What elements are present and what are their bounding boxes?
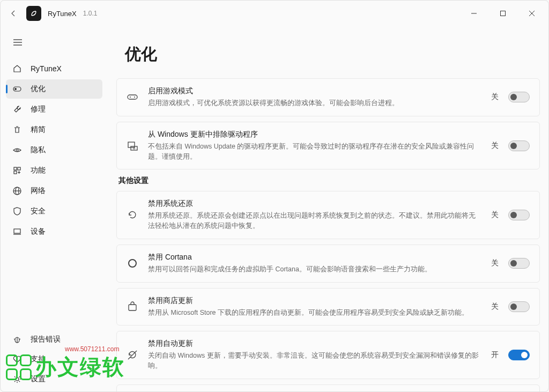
setting-card-store-update: 禁用商店更新 禁用从 Microsoft Store 下载的应用程序的自动更新。… <box>116 288 540 326</box>
toggle-state-label: 关 <box>491 258 499 268</box>
sidebar-item-repair[interactable]: 修理 <box>6 100 102 119</box>
sidebar-item-label: 网络 <box>31 186 46 196</box>
svg-point-30 <box>133 147 135 149</box>
svg-point-9 <box>16 149 18 151</box>
sidebar-item-optimize[interactable]: 优化 <box>6 79 102 99</box>
store-icon <box>127 301 138 313</box>
sidebar-item-label: 支持 <box>31 354 46 364</box>
home-icon <box>12 64 22 73</box>
back-button[interactable] <box>5 5 22 22</box>
setting-card-game-mode: 启用游戏模式 启用游戏模式，可优化系统资源以获得更流畅的游戏体验。可能会影响后台… <box>116 78 540 116</box>
sidebar-item-label: 优化 <box>31 84 46 94</box>
setting-desc: 关闭自动 Windows 更新，需要手动安装。非常沮丧。这可能会使您的系统容易受… <box>148 351 481 371</box>
sidebar-item-privacy[interactable]: 隐私 <box>6 140 102 160</box>
sidebar-item-settings[interactable]: 设置 <box>6 369 102 389</box>
svg-rect-1 <box>501 11 506 16</box>
svg-point-24 <box>16 378 19 381</box>
sidebar-item-label: 功能 <box>31 166 46 175</box>
watermark-url: www.5071211.com <box>65 345 119 353</box>
heart-icon <box>12 354 22 364</box>
trash-icon <box>12 125 22 135</box>
toggle-switch[interactable] <box>508 140 530 151</box>
svg-rect-12 <box>14 171 17 174</box>
setting-title: 启用游戏模式 <box>148 86 481 96</box>
main-content: 优化 启用游戏模式 启用游戏模式，可优化系统资源以获得更流畅的游戏体验。可能会影… <box>108 26 548 391</box>
svg-point-8 <box>14 88 17 90</box>
sidebar-item-label: 安全 <box>31 206 46 216</box>
sidebar-item-label: 报告错误 <box>31 335 61 344</box>
sidebar-item-features[interactable]: 功能 <box>6 161 102 180</box>
svg-point-27 <box>134 97 135 98</box>
driver-icon <box>127 140 138 152</box>
titlebar: RyTuneX 1.0.1 <box>1 1 548 26</box>
setting-card-auto-update: 禁用自动更新 关闭自动 Windows 更新，需要手动安装。非常沮丧。这可能会使… <box>116 331 540 379</box>
setting-desc: 禁用从 Microsoft Store 下载的应用程序的自动更新。可能会使应用程… <box>148 308 481 318</box>
setting-desc: 启用游戏模式，可优化系统资源以获得更流畅的游戏体验。可能会影响后台进程。 <box>148 98 481 108</box>
setting-card-system-restore: 禁用系统还原 禁用系统还原。系统还原会创建还原点以在出现问题时将系统恢复到之前的… <box>116 191 540 239</box>
device-icon <box>12 227 22 236</box>
gear-icon <box>12 374 22 384</box>
svg-rect-11 <box>18 167 20 170</box>
setting-card-smartscreen: 禁用智能屏幕 关闭智能屏幕过滤器，该过滤器会警告您下载自互联网的潜在不安全应用和… <box>116 384 540 391</box>
app-name: RyTuneX <box>48 10 77 18</box>
gamepad-icon <box>127 91 138 103</box>
toggle-switch[interactable] <box>508 210 530 220</box>
sidebar-item-label: 精简 <box>31 125 46 135</box>
sidebar-item-label: RyTuneX <box>31 64 62 73</box>
setting-card-cortana: 禁用 Cortana 禁用可以回答问题和完成任务的虚拟助手 Cortana。可能… <box>116 245 540 283</box>
toggle-switch[interactable] <box>508 258 530 269</box>
sidebar-item-label: 修理 <box>31 105 46 114</box>
toggle-state-label: 开 <box>491 350 499 360</box>
app-version: 1.0.1 <box>83 10 98 17</box>
svg-point-26 <box>130 97 131 98</box>
svg-point-31 <box>129 260 136 267</box>
restore-icon <box>127 209 138 221</box>
svg-rect-18 <box>14 229 20 233</box>
update-off-icon <box>127 349 138 361</box>
sidebar-item-security[interactable]: 安全 <box>6 202 102 221</box>
setting-title: 禁用商店更新 <box>148 296 481 306</box>
app-window: RyTuneX 1.0.1 RyTuneX 优化 <box>0 0 549 392</box>
app-logo <box>26 6 41 21</box>
setting-title: 从 Windows 更新中排除驱动程序 <box>148 130 481 139</box>
setting-card-exclude-drivers: 从 Windows 更新中排除驱动程序 不包括来自 Windows Update… <box>116 122 540 170</box>
hamburger-button[interactable] <box>7 33 28 52</box>
svg-rect-10 <box>14 167 17 170</box>
setting-desc: 不包括来自 Windows Update 的驱动程序更新。可能会导致过时的驱动程… <box>148 142 481 162</box>
sidebar-item-label: 设备 <box>31 227 46 236</box>
toggle-state-label: 关 <box>491 210 499 220</box>
sidebar-item-label: 隐私 <box>31 145 46 155</box>
eye-icon <box>12 145 22 155</box>
sidebar-item-network[interactable]: 网络 <box>6 181 102 201</box>
setting-title: 禁用 Cortana <box>148 253 481 262</box>
sidebar-item-device[interactable]: 设备 <box>6 222 102 241</box>
page-title: 优化 <box>125 43 540 65</box>
sidebar: RyTuneX 优化 修理 精简 隐私 功能 <box>1 26 108 391</box>
optimize-icon <box>12 84 22 94</box>
svg-rect-29 <box>131 146 137 150</box>
toggle-switch[interactable] <box>508 350 530 360</box>
apps-icon <box>12 166 22 175</box>
toggle-switch[interactable] <box>508 92 530 102</box>
close-button[interactable] <box>520 5 544 22</box>
sidebar-item-home[interactable]: RyTuneX <box>6 59 102 78</box>
setting-title: 禁用系统还原 <box>148 199 481 209</box>
bug-icon <box>12 335 22 344</box>
toggle-state-label: 关 <box>491 302 499 312</box>
maximize-button[interactable] <box>491 5 515 22</box>
svg-rect-25 <box>128 95 137 99</box>
sidebar-item-label: 设置 <box>31 374 46 384</box>
toggle-switch[interactable] <box>508 301 530 312</box>
svg-rect-32 <box>129 305 136 310</box>
setting-desc: 禁用系统还原。系统还原会创建还原点以在出现问题时将系统恢复到之前的状态。不建议。… <box>148 211 481 231</box>
wrench-icon <box>12 105 22 114</box>
sidebar-item-debloat[interactable]: 精简 <box>6 120 102 139</box>
section-title: 其他设置 <box>118 176 540 186</box>
cortana-icon <box>127 257 138 269</box>
toggle-state-label: 关 <box>491 92 499 102</box>
toggle-state-label: 关 <box>491 141 499 151</box>
shield-icon <box>12 206 22 216</box>
network-icon <box>12 186 22 196</box>
setting-desc: 禁用可以回答问题和完成任务的虚拟助手 Cortana。可能会影响语音搜索和一些生… <box>148 264 481 275</box>
minimize-button[interactable] <box>462 5 486 22</box>
